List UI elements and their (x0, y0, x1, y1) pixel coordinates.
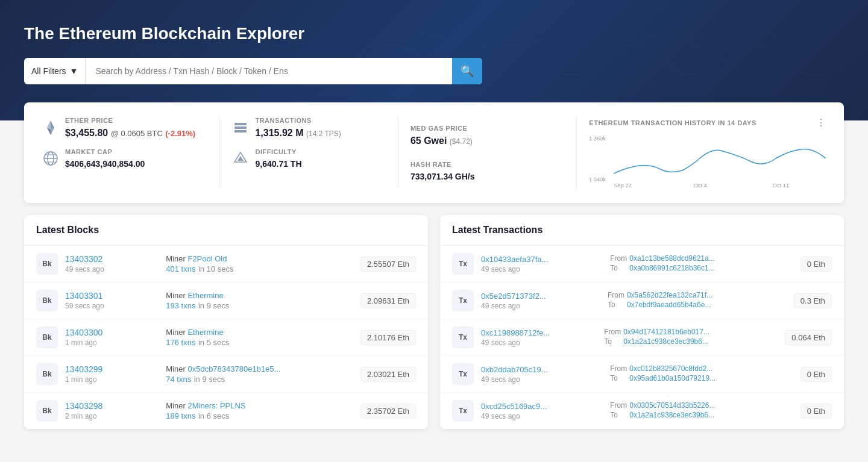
svg-text:Oct 4: Oct 4 (694, 183, 707, 189)
tx-hash[interactable]: 0x10433aefa37fa... (481, 255, 603, 264)
tx-value: 0.3 Eth (794, 293, 832, 308)
miner-link[interactable]: Ethermine (187, 328, 223, 337)
list-item: Bk 13403299 1 min ago Miner 0x5dcb783437… (24, 356, 428, 393)
difficulty-section: DIFFICULTY 9,640.71 TH (232, 148, 385, 169)
block-miner-info: Miner 0x5dcb78343780e1b1e5... 74 txns in… (166, 364, 353, 384)
from-row: From 0x94d17412181b6eb017... (604, 328, 778, 336)
search-icon: 🔍 (461, 64, 474, 78)
block-miner: Miner 2Miners: PPLNS (166, 401, 353, 410)
tx-info: 0x10433aefa37fa... 49 secs ago (481, 255, 603, 273)
block-info: 13403301 59 secs ago (65, 291, 159, 310)
block-miner: Miner F2Pool Old (166, 254, 353, 263)
block-info: 13403302 49 secs ago (65, 254, 159, 273)
list-item: Tx 0xcd25c5169ac9... 49 secs ago From 0x… (440, 393, 844, 429)
market-cap-label: MARKET CAP (65, 148, 145, 155)
tx-time: 49 secs ago (481, 265, 603, 273)
ether-price-section: ETHER PRICE $3,455.80 @ 0.0605 BTC (-2.9… (42, 117, 207, 141)
list-item: Tx 0xc1198988712fe... 49 secs ago From 0… (440, 319, 844, 356)
from-to-section: From 0x94d17412181b6eb017... To 0x1a2a1c… (604, 328, 778, 347)
svg-text:Oct 11: Oct 11 (773, 183, 789, 189)
from-to-section: From 0xa1c13be588dcd9621a... To 0xa0b869… (610, 254, 793, 273)
difficulty-icon (232, 150, 249, 167)
from-addr[interactable]: 0x94d17412181b6eb017... (623, 328, 709, 336)
to-row: To 0x7ebdf9aeadd65b4a6e... (608, 301, 787, 309)
block-reward: 2.10176 Eth (360, 330, 416, 345)
from-addr[interactable]: 0x0305c70514d33b5226... (629, 401, 715, 410)
tx-time: 49 secs ago (481, 339, 597, 347)
block-miner: Miner Ethermine (166, 328, 353, 337)
list-item: Tx 0x5e2d571373f2... 49 secs ago From 0x… (440, 283, 844, 319)
txns-link[interactable]: 189 txns (166, 411, 195, 420)
from-addr[interactable]: 0xa1c13be588dcd9621a... (629, 254, 714, 263)
svg-text:1 360k: 1 360k (589, 136, 606, 142)
search-bar: All Filters ▼ 🔍 (24, 58, 482, 84)
hash-rate-section: HASH RATE 733,071.34 GH/s (410, 161, 564, 181)
page-title: The Ethereum Blockchain Explorer (24, 24, 844, 43)
block-info: 13403300 1 min ago (65, 328, 159, 347)
to-addr[interactable]: 0x1a2a1c938ce3ec39b6... (623, 337, 708, 346)
chevron-down-icon: ▼ (70, 66, 78, 76)
filter-dropdown[interactable]: All Filters ▼ (24, 58, 86, 84)
block-info: 13403299 1 min ago (65, 364, 159, 384)
tx-value: 0 Eth (800, 367, 832, 382)
miner-link[interactable]: F2Pool Old (187, 254, 227, 263)
list-item: Bk 13403301 59 secs ago Miner Ethermine … (24, 283, 428, 319)
txns-link[interactable]: 401 txns (166, 264, 195, 273)
block-badge: Bk (36, 400, 58, 422)
chart-header: ETHEREUM TRANSACTION HISTORY IN 14 DAYS … (589, 117, 826, 128)
txns-link[interactable]: 193 txns (166, 301, 195, 310)
tx-badge: Tx (452, 326, 474, 348)
chart-menu-icon[interactable]: ⋮ (816, 117, 826, 128)
block-badge: Bk (36, 363, 58, 385)
tx-hash[interactable]: 0xc1198988712fe... (481, 328, 597, 337)
block-number[interactable]: 13403299 (65, 364, 159, 374)
svg-rect-11 (234, 130, 247, 133)
list-item: Bk 13403298 2 min ago Miner 2Miners: PPL… (24, 393, 428, 429)
miner-link[interactable]: Ethermine (187, 291, 223, 300)
block-time: 59 secs ago (65, 302, 159, 310)
block-txns: 176 txns in 5 secs (166, 337, 353, 348)
block-reward: 2.09631 Eth (360, 293, 416, 308)
latest-blocks-header: Latest Blocks (24, 215, 428, 246)
block-number[interactable]: 13403300 (65, 328, 159, 337)
gas-label: MED GAS PRICE (410, 125, 564, 132)
transactions-icon (232, 119, 249, 136)
tx-value: 0.064 Eth (785, 330, 832, 345)
svg-rect-9 (234, 123, 247, 125)
txns-suffix: in 10 secs (198, 264, 234, 273)
svg-rect-10 (234, 126, 247, 129)
block-txns: 74 txns in 9 secs (166, 373, 353, 384)
gas-price-section: MED GAS PRICE 65 Gwei ($4.72) (410, 125, 564, 146)
txns-link[interactable]: 74 txns (166, 375, 191, 384)
block-number[interactable]: 13403301 (65, 291, 159, 301)
from-addr[interactable]: 0xc012b8325670c8fdd2... (629, 364, 712, 373)
list-item: Tx 0xb2ddab705c19... 49 secs ago From 0x… (440, 356, 844, 393)
block-number[interactable]: 13403298 (65, 401, 159, 411)
txns-link[interactable]: 176 txns (166, 338, 195, 347)
miner-link[interactable]: 2Miners: PPLNS (187, 401, 245, 410)
block-miner-info: Miner 2Miners: PPLNS 189 txns in 6 secs (166, 401, 353, 421)
from-addr[interactable]: 0x5a562d22fea132ca71f... (627, 291, 712, 299)
search-input[interactable] (86, 58, 452, 84)
from-row: From 0x5a562d22fea132ca71f... (608, 291, 787, 299)
to-addr[interactable]: 0xa0b86991c6218b36c1... (629, 264, 714, 272)
market-cap-value: $406,643,940,854.00 (65, 159, 145, 169)
hash-rate-label: HASH RATE (410, 161, 564, 168)
tx-hash[interactable]: 0xcd25c5169ac9... (481, 402, 603, 411)
block-txns: 193 txns in 9 secs (166, 300, 353, 311)
tx-hash[interactable]: 0x5e2d571373f2... (481, 292, 600, 301)
tx-badge: Tx (452, 400, 474, 422)
block-reward: 2.03021 Eth (360, 367, 416, 382)
tx-value: 0 Eth (800, 404, 832, 419)
tx-hash[interactable]: 0xb2ddab705c19... (481, 365, 603, 374)
to-addr[interactable]: 0x95ad61b0a150d79219... (629, 374, 715, 382)
search-button[interactable]: 🔍 (452, 58, 482, 84)
block-number[interactable]: 13403302 (65, 254, 159, 264)
from-label: From (604, 328, 621, 336)
to-addr[interactable]: 0x1a2a1c938ce3ec39b6... (629, 411, 714, 419)
tx-time: 49 secs ago (481, 302, 600, 310)
miner-link[interactable]: 0x5dcb78343780e1b1e5... (187, 364, 280, 373)
to-addr[interactable]: 0x7ebdf9aeadd65b4a6e... (627, 301, 711, 309)
block-time: 2 min ago (65, 412, 159, 420)
chart-svg: 1 360k 1 040k Sep 27 Oct 4 Oct 11 (589, 134, 826, 189)
